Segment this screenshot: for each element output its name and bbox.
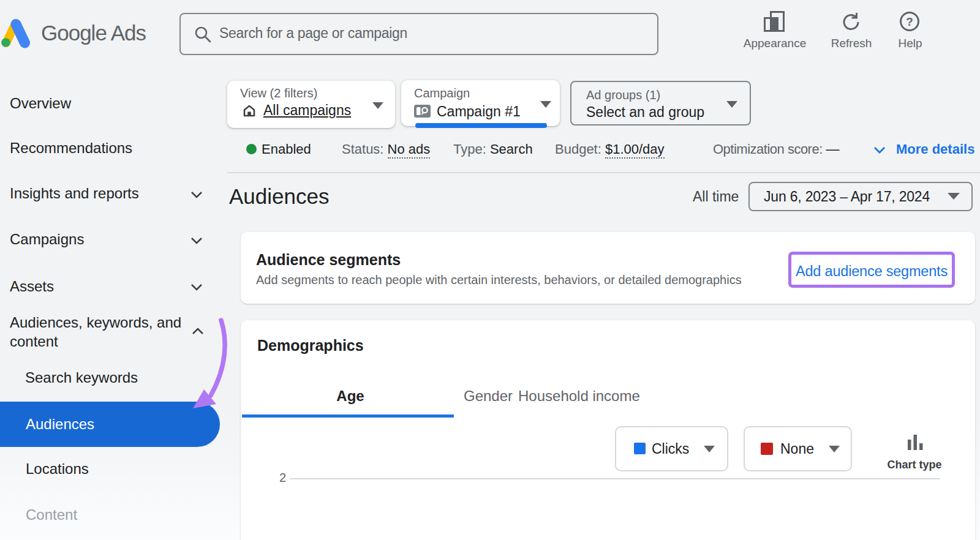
svg-text:?: ? [906, 15, 913, 28]
